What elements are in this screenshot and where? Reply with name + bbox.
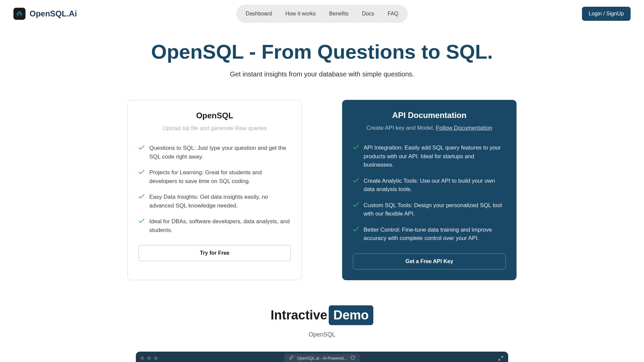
- nav-how-it-works[interactable]: How it works: [279, 7, 322, 20]
- browser-chrome: OpenSQL.ai - AI-Powered...: [136, 352, 508, 362]
- url-bar[interactable]: OpenSQL.ai - AI-Powered...: [284, 354, 360, 362]
- demo-subtitle: OpenSQL: [0, 331, 644, 338]
- feature-text: API Integration: Easily add SQL query fe…: [364, 143, 506, 169]
- card-api-title: API Documentation: [353, 111, 506, 120]
- try-for-free-button[interactable]: Try for Free: [139, 245, 291, 261]
- traffic-light-close-icon[interactable]: [141, 356, 144, 360]
- check-icon: [139, 194, 145, 200]
- list-item: Better Control: Fine-tune data training …: [353, 226, 506, 243]
- card-api-docs: API Documentation Create API key and Mod…: [342, 100, 517, 280]
- login-signup-button[interactable]: Login / SignUp: [582, 7, 631, 21]
- traffic-light-maximize-icon[interactable]: [154, 356, 158, 360]
- follow-documentation-link[interactable]: Follow Documentation: [436, 125, 492, 131]
- main-nav: Dashboard How it works Benefits Docs FAQ: [236, 5, 408, 23]
- url-text: OpenSQL.ai - AI-Powered...: [297, 356, 347, 361]
- logo-icon: [13, 8, 25, 20]
- feature-text: Create Analytic Tools: Use our API to bu…: [364, 177, 506, 194]
- demo-title-prefix: Intractive: [271, 308, 327, 322]
- list-item: API Integration: Easily add SQL query fe…: [353, 143, 506, 169]
- nav-faq[interactable]: FAQ: [382, 7, 405, 20]
- demo-section: IntractiveDemo OpenSQL OpenSQL.ai - AI-P…: [0, 305, 644, 362]
- browser-mock: OpenSQL.ai - AI-Powered... OpenSQL.Ai Da…: [136, 352, 508, 362]
- check-icon: [139, 170, 145, 176]
- nav-docs[interactable]: Docs: [356, 7, 380, 20]
- feature-text: Questions to SQL: Just type your questio…: [149, 144, 291, 161]
- feature-text: Ideal for DBAs, software developers, dat…: [149, 217, 291, 234]
- list-item: Projects for Learning: Great for student…: [139, 168, 291, 185]
- check-icon: [139, 219, 145, 225]
- hero-subtitle: Get instant insights from your database …: [0, 70, 644, 78]
- card-api-subtitle: Create API key and Model, Follow Documen…: [353, 125, 506, 131]
- feature-text: Better Control: Fine-tune data training …: [364, 226, 506, 243]
- check-icon: [353, 227, 359, 233]
- hero-section: OpenSQL - From Questions to SQL. Get ins…: [0, 41, 644, 78]
- cards-section: OpenSQL Upload sql file and generate Raw…: [0, 100, 644, 280]
- brand-name: OpenSQL.Ai: [30, 9, 77, 18]
- check-icon: [353, 178, 359, 184]
- link-icon: [289, 355, 294, 361]
- check-icon: [353, 145, 359, 151]
- card-opensql-title: OpenSQL: [139, 111, 291, 120]
- feature-text: Projects for Learning: Great for student…: [149, 168, 291, 185]
- opensql-feature-list: Questions to SQL: Just type your questio…: [139, 144, 291, 234]
- feature-text: Easy Data Insights: Get data insights ea…: [149, 193, 291, 210]
- api-feature-list: API Integration: Easily add SQL query fe…: [353, 143, 506, 243]
- feature-text: Custom SQL Tools: Design your personaliz…: [364, 201, 506, 218]
- nav-benefits[interactable]: Benefits: [323, 7, 355, 20]
- get-api-key-button[interactable]: Get a Free API Key: [353, 253, 506, 269]
- card-opensql-subtitle: Upload sql file and generate Raw queries: [139, 125, 291, 132]
- hero-title: OpenSQL - From Questions to SQL.: [0, 41, 644, 63]
- list-item: Questions to SQL: Just type your questio…: [139, 144, 291, 161]
- list-item: Ideal for DBAs, software developers, dat…: [139, 217, 291, 234]
- refresh-icon[interactable]: [350, 355, 355, 361]
- traffic-light-minimize-icon[interactable]: [147, 356, 151, 360]
- demo-title: IntractiveDemo: [0, 305, 644, 325]
- list-item: Easy Data Insights: Get data insights ea…: [139, 193, 291, 210]
- header: OpenSQL.Ai Dashboard How it works Benefi…: [0, 0, 644, 27]
- demo-badge: Demo: [329, 305, 374, 325]
- check-icon: [353, 202, 359, 208]
- nav-dashboard[interactable]: Dashboard: [239, 7, 278, 20]
- list-item: Create Analytic Tools: Use our API to bu…: [353, 177, 506, 194]
- logo-area[interactable]: OpenSQL.Ai: [13, 8, 77, 20]
- expand-icon[interactable]: [498, 356, 503, 361]
- list-item: Custom SQL Tools: Design your personaliz…: [353, 201, 506, 218]
- card-api-subtitle-prefix: Create API key and Model,: [366, 125, 436, 131]
- check-icon: [139, 145, 145, 151]
- card-opensql: OpenSQL Upload sql file and generate Raw…: [127, 100, 302, 280]
- traffic-lights: [141, 356, 158, 360]
